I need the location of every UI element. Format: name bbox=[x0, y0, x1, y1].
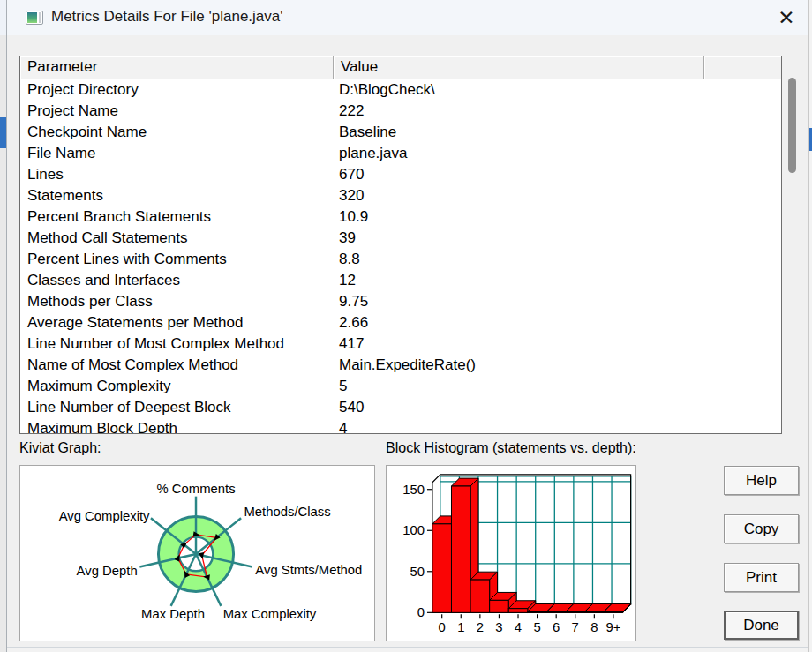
parameter-cell: Percent Lines with Comments bbox=[20, 249, 334, 270]
kiviat-axis-label: Avg Stmts/Method bbox=[255, 563, 362, 577]
background-window-selection-left bbox=[0, 117, 6, 148]
y-tick-label: 100 bbox=[402, 523, 425, 537]
value-cell: Main.ExpediteRate() bbox=[334, 355, 781, 376]
table-row[interactable]: Percent Lines with Comments8.8 bbox=[20, 249, 781, 270]
dialog-bottom-edge bbox=[0, 647, 812, 652]
histogram-bar bbox=[470, 580, 490, 612]
block-histogram-chart: 0501001500123456789+ bbox=[387, 466, 635, 641]
table-row[interactable]: Method Call Statements39 bbox=[20, 228, 781, 249]
value-cell: 670 bbox=[334, 164, 781, 185]
parameter-cell: Lines bbox=[20, 164, 334, 185]
app-icon bbox=[26, 11, 43, 25]
value-cell: 540 bbox=[334, 397, 781, 418]
kiviat-axis-label: Methods/Class bbox=[244, 505, 330, 519]
value-cell: 4 bbox=[334, 418, 781, 433]
y-tick-label: 150 bbox=[402, 483, 425, 497]
histogram-bar bbox=[566, 611, 585, 612]
metrics-table: Parameter Value Project DirectoryD:\Blog… bbox=[19, 56, 782, 434]
x-tick-label: 5 bbox=[533, 620, 540, 634]
histogram-bar bbox=[604, 611, 623, 612]
table-row[interactable]: Statements320 bbox=[20, 185, 781, 206]
vertical-scrollbar-thumb[interactable] bbox=[788, 78, 796, 173]
x-tick-label: 2 bbox=[477, 620, 484, 634]
kiviat-graph-label: Kiviat Graph: bbox=[19, 440, 101, 456]
x-tick-label: 6 bbox=[553, 620, 560, 634]
column-header-extra[interactable] bbox=[704, 56, 781, 79]
parameter-cell: File Name bbox=[20, 143, 334, 164]
histogram-bar bbox=[432, 524, 452, 613]
parameter-cell: Statements bbox=[20, 185, 334, 206]
value-cell: 10.9 bbox=[334, 206, 781, 228]
metrics-table-body: Project DirectoryD:\BlogCheck\Project Na… bbox=[20, 79, 781, 433]
histogram-bar bbox=[508, 609, 528, 613]
table-row[interactable]: Classes and Interfaces12 bbox=[20, 270, 781, 291]
table-row[interactable]: Lines670 bbox=[20, 164, 781, 185]
value-cell: 9.75 bbox=[334, 291, 781, 312]
value-cell: Baseline bbox=[334, 122, 781, 143]
kiviat-axis-label: Max Depth bbox=[141, 607, 205, 621]
table-row[interactable]: Line Number of Deepest Block540 bbox=[20, 397, 781, 418]
parameter-cell: Project Name bbox=[20, 101, 334, 122]
value-cell: 222 bbox=[334, 101, 781, 122]
kiviat-chart: % CommentsMethods/ClassAvg Stmts/MethodM… bbox=[20, 466, 374, 641]
parameter-cell: Maximum Complexity bbox=[20, 376, 334, 397]
kiviat-graph-panel: % CommentsMethods/ClassAvg Stmts/MethodM… bbox=[19, 465, 375, 641]
table-row[interactable]: Maximum Block Depth4 bbox=[20, 418, 781, 433]
table-row[interactable]: Methods per Class9.75 bbox=[20, 291, 781, 312]
kiviat-axis-label: Max Complexity bbox=[223, 607, 317, 621]
copy-button[interactable]: Copy bbox=[724, 514, 799, 543]
value-cell: 2.66 bbox=[334, 312, 781, 333]
table-row[interactable]: Line Number of Most Complex Method417 bbox=[20, 333, 781, 355]
parameter-cell: Line Number of Most Complex Method bbox=[20, 333, 334, 355]
table-row[interactable]: File Nameplane.java bbox=[20, 143, 781, 164]
table-row[interactable]: Project DirectoryD:\BlogCheck\ bbox=[20, 79, 781, 101]
print-button[interactable]: Print bbox=[724, 563, 799, 592]
parameter-cell: Methods per Class bbox=[20, 291, 334, 312]
value-cell: 12 bbox=[334, 270, 781, 291]
table-row[interactable]: Project Name222 bbox=[20, 101, 781, 122]
value-cell: D:\BlogCheck\ bbox=[334, 79, 781, 101]
value-cell: 39 bbox=[334, 228, 781, 249]
histogram-bar bbox=[585, 611, 605, 612]
histogram-bar bbox=[546, 611, 566, 612]
table-row[interactable]: Percent Branch Statements10.9 bbox=[20, 206, 781, 228]
table-row[interactable]: Maximum Complexity5 bbox=[20, 376, 781, 397]
x-tick-label: 7 bbox=[572, 620, 579, 634]
title-bar: Metrics Details For File 'plane.java' ✕ bbox=[0, 0, 812, 35]
block-histogram-panel: 0501001500123456789+ bbox=[386, 465, 636, 641]
value-cell: 8.8 bbox=[334, 249, 781, 270]
app-icon-divider bbox=[39, 12, 41, 23]
app-icon-glyph bbox=[27, 12, 37, 23]
table-row[interactable]: Checkpoint NameBaseline bbox=[20, 122, 781, 143]
metrics-details-dialog: { "window": { "title": "Metrics Details … bbox=[0, 0, 812, 652]
close-icon: ✕ bbox=[778, 6, 794, 30]
dialog-title: Metrics Details For File 'plane.java' bbox=[51, 8, 283, 26]
help-button[interactable]: Help bbox=[724, 466, 799, 495]
background-window-sliver-left-top bbox=[0, 0, 6, 35]
metrics-table-header: Parameter Value bbox=[20, 56, 781, 79]
close-button[interactable]: ✕ bbox=[772, 4, 801, 32]
x-tick-label: 0 bbox=[439, 620, 446, 634]
parameter-cell: Project Directory bbox=[20, 79, 334, 101]
x-tick-label: 8 bbox=[590, 620, 598, 634]
parameter-cell: Maximum Block Depth bbox=[20, 418, 334, 433]
column-header-parameter[interactable]: Parameter bbox=[20, 56, 334, 79]
value-cell: plane.java bbox=[334, 143, 781, 164]
background-window-sliver-right bbox=[808, 0, 812, 652]
kiviat-axis-label: Avg Depth bbox=[77, 564, 138, 578]
x-tick-label: 4 bbox=[515, 620, 522, 634]
value-cell: 417 bbox=[334, 333, 781, 355]
parameter-cell: Method Call Statements bbox=[20, 228, 334, 249]
parameter-cell: Name of Most Complex Method bbox=[20, 355, 334, 376]
done-button[interactable]: Done bbox=[724, 611, 799, 640]
parameter-cell: Line Number of Deepest Block bbox=[20, 397, 334, 418]
kiviat-axis-label: Avg Complexity bbox=[59, 509, 150, 523]
y-tick-label: 0 bbox=[417, 605, 425, 619]
y-tick-label: 50 bbox=[410, 565, 425, 579]
parameter-cell: Checkpoint Name bbox=[20, 122, 334, 143]
column-header-value[interactable]: Value bbox=[334, 56, 704, 79]
table-row[interactable]: Average Statements per Method2.66 bbox=[20, 312, 781, 333]
background-window-sliver-left bbox=[0, 0, 7, 652]
table-row[interactable]: Name of Most Complex MethodMain.Expedite… bbox=[20, 355, 781, 376]
parameter-cell: Percent Branch Statements bbox=[20, 206, 334, 228]
